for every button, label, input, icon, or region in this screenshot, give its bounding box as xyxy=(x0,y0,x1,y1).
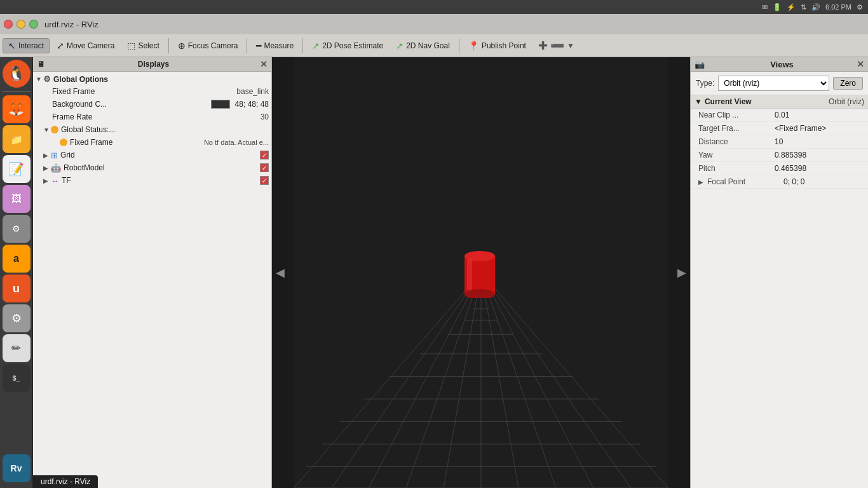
views-title: Views xyxy=(770,60,794,69)
volume-icon: 🔊 xyxy=(811,3,820,11)
current-view-type: Orbit (rviz) xyxy=(829,97,864,106)
toolbar: ↖ Interact ⤢ Move Camera ⬚ Select ⊕ Focu… xyxy=(0,34,868,57)
interact-label: Interact xyxy=(18,41,44,50)
launcher-amazon[interactable]: a xyxy=(3,245,31,273)
pitch-label: Pitch xyxy=(698,164,775,173)
launcher-system[interactable]: ⚙ xyxy=(3,215,31,243)
current-view-section: ▼ Current View Orbit (rviz) Near Clip ..… xyxy=(691,95,868,189)
dropdown-arrow[interactable]: ▼ xyxy=(567,41,574,50)
focal-point-row[interactable]: ▶ Focal Point 0; 0; 0 xyxy=(691,175,868,189)
nav-goal-label: 2D Nav Goal xyxy=(406,41,450,50)
zero-button[interactable]: Zero xyxy=(833,77,863,90)
background-color-label: Background C... xyxy=(52,100,211,109)
viewport-left-arrow[interactable]: ◀ xyxy=(276,266,285,280)
close-button[interactable] xyxy=(4,20,13,29)
move-camera-button[interactable]: ⤢ Move Camera xyxy=(51,38,120,53)
nav-goal-button[interactable]: ↗ 2D Nav Goal xyxy=(390,38,456,53)
launcher-ubuntu[interactable]: 🐧 xyxy=(3,60,31,88)
robot-model-checkbox[interactable]: ✓ xyxy=(260,163,269,172)
tf-icon: ↔ xyxy=(51,176,59,186)
toolbar-separator-4 xyxy=(459,38,459,53)
bluetooth-icon: ⚡ xyxy=(787,3,796,11)
displays-panel: 🖥 Displays ✕ ▼ ⚙ Global Options Fixed Fr… xyxy=(33,57,272,488)
background-color-row: Background C... 48; 48; 48 xyxy=(33,98,271,111)
viewport[interactable]: ◀ ▶ xyxy=(272,57,690,488)
nav-goal-icon: ↗ xyxy=(396,41,403,51)
orange-dot2-icon xyxy=(60,139,67,146)
views-icon: 📷 xyxy=(695,60,705,69)
tf-arrow: ▶ xyxy=(43,177,51,184)
distance-value[interactable]: 10 xyxy=(775,137,783,146)
select-label: Select xyxy=(138,41,159,50)
launcher-photo[interactable]: 🖼 xyxy=(3,185,31,213)
near-clip-value[interactable]: 0.01 xyxy=(775,111,789,119)
select-icon: ⬚ xyxy=(127,41,135,51)
global-options-arrow: ▼ xyxy=(36,76,43,83)
grid-row[interactable]: ▶ ⊞ Grid ✓ xyxy=(33,149,271,161)
select-button[interactable]: ⬚ Select xyxy=(121,38,165,53)
views-type-select[interactable]: Orbit (rviz) xyxy=(718,76,829,91)
pose-estimate-button[interactable]: ↗ 2D Pose Estimate xyxy=(306,38,389,53)
near-clip-label: Near Clip ... xyxy=(698,111,775,119)
current-view-header[interactable]: ▼ Current View Orbit (rviz) xyxy=(691,95,868,109)
focus-camera-icon: ⊕ xyxy=(178,41,186,51)
toolbar-separator-2 xyxy=(247,38,247,53)
publish-point-label: Publish Point xyxy=(482,41,526,50)
move-camera-label: Move Camera xyxy=(67,41,114,50)
frame-rate-row: Frame Rate 30 xyxy=(33,111,271,123)
launcher-writer[interactable]: ✏ xyxy=(3,334,31,362)
tf-checkbox[interactable]: ✓ xyxy=(260,176,269,185)
focus-camera-button[interactable]: ⊕ Focus Camera xyxy=(172,38,244,53)
interact-button[interactable]: ↖ Interact xyxy=(3,38,50,53)
frame-rate-value[interactable]: 30 xyxy=(261,112,269,121)
launcher-files[interactable]: 📁 xyxy=(3,125,31,153)
maximize-button[interactable] xyxy=(29,20,38,29)
background-color-swatch[interactable]: 48; 48; 48 xyxy=(211,100,269,109)
focal-point-value: 0; 0; 0 xyxy=(783,177,804,186)
robot-model-row[interactable]: ▶ 🤖 RobotModel ✓ xyxy=(33,161,271,174)
launcher-texteditor[interactable]: 📝 xyxy=(3,155,31,183)
pitch-value[interactable]: 0.465398 xyxy=(775,164,806,173)
launcher-settings[interactable]: ⚙ xyxy=(3,304,31,332)
tf-label: TF xyxy=(62,176,260,185)
global-status-label: Global Status:... xyxy=(61,125,269,134)
gear-icon: ⚙ xyxy=(43,74,51,84)
pose-estimate-label: 2D Pose Estimate xyxy=(322,41,383,50)
launcher-rviz[interactable]: Rv xyxy=(3,454,31,482)
add-icon[interactable]: ✚ xyxy=(538,39,548,53)
fixed-frame-warn-row: Fixed Frame No tf data. Actual e... xyxy=(33,136,271,149)
minimize-button[interactable] xyxy=(17,20,25,29)
toolbar-separator-1 xyxy=(168,38,169,53)
displays-title: Displays xyxy=(138,60,169,69)
target-frame-value[interactable]: <Fixed Frame> xyxy=(775,124,826,133)
network-icon: ⇅ xyxy=(801,3,806,11)
robot-model-label: RobotModel xyxy=(64,163,260,172)
launcher-ubuntu-one[interactable]: u xyxy=(3,274,31,302)
displays-close-button[interactable]: ✕ xyxy=(260,59,268,69)
fixed-frame-value[interactable]: base_link xyxy=(236,87,269,96)
robot-model-arrow: ▶ xyxy=(43,165,51,172)
tf-row[interactable]: ▶ ↔ TF ✓ xyxy=(33,174,271,187)
grid-checkbox[interactable]: ✓ xyxy=(260,151,269,159)
fixed-frame-warn-value: No tf data. Actual e... xyxy=(204,139,269,146)
battery-icon: 🔋 xyxy=(773,3,782,11)
publish-point-button[interactable]: 📍 Publish Point xyxy=(463,38,532,53)
global-status-row[interactable]: ▼ Global Status:... xyxy=(33,123,271,136)
yaw-value[interactable]: 0.885398 xyxy=(775,151,806,159)
minus-icon[interactable]: ➖ xyxy=(550,39,564,53)
viewport-right-arrow[interactable]: ▶ xyxy=(677,266,686,280)
views-close-button[interactable]: ✕ xyxy=(857,59,864,69)
launcher-firefox[interactable]: 🦊 xyxy=(3,95,31,123)
grid-label: Grid xyxy=(60,151,260,159)
global-options-item[interactable]: ▼ ⚙ Global Options xyxy=(33,73,271,85)
yaw-label: Yaw xyxy=(698,151,775,159)
displays-header: 🖥 Displays ✕ xyxy=(33,57,271,72)
system-tray: ✉ 🔋 ⚡ ⇅ 🔊 6:02 PM ⚙ xyxy=(762,3,863,11)
titlebar: urdf.rviz - RViz xyxy=(0,14,868,34)
views-type-label: Type: xyxy=(696,79,714,88)
launcher-terminal[interactable]: $_ xyxy=(3,364,31,392)
measure-button[interactable]: ━ Measure xyxy=(250,38,299,53)
background-color-value: 48; 48; 48 xyxy=(235,100,269,109)
grid-arrow: ▶ xyxy=(43,152,51,159)
views-panel: 📷 Views ✕ Type: Orbit (rviz) Zero ▼ Curr… xyxy=(690,57,868,488)
